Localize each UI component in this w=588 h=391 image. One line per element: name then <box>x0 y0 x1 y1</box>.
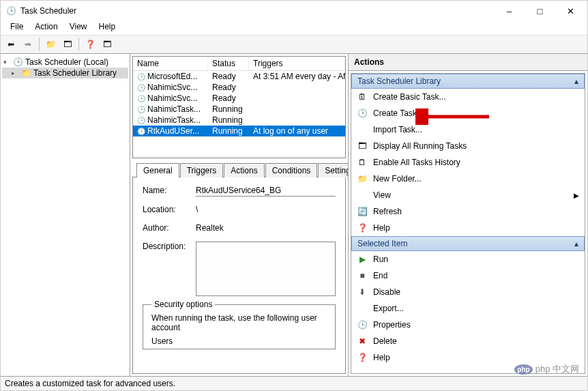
description-box[interactable] <box>196 242 336 296</box>
clock-icon: 🕒 <box>6 6 16 16</box>
table-row[interactable]: 🕒MicrosoftEd...ReadyAt 3:51 AM every day… <box>133 71 345 82</box>
table-row[interactable]: 🕒RtkAudUSer...RunningAt log on of any us… <box>133 126 345 136</box>
label-description: Description: <box>143 242 196 251</box>
forward-button[interactable]: ➡ <box>20 37 35 52</box>
back-button[interactable]: ⬅ <box>3 37 18 52</box>
actions-section-selected[interactable]: Selected Item ▴ <box>351 236 585 251</box>
action-display-all-running-tasks[interactable]: 🗔Display All Running Tasks <box>351 138 585 154</box>
menu-help[interactable]: Help <box>93 21 121 35</box>
section-label: Selected Item <box>357 239 407 248</box>
actions-section-library[interactable]: Task Scheduler Library ▴ <box>351 74 585 89</box>
cell-name: NahimicTask... <box>147 115 201 125</box>
clock-icon: 🕒 <box>137 95 145 102</box>
action-import-task[interactable]: Import Task... <box>351 121 585 138</box>
action-disable[interactable]: ⬇Disable <box>351 284 585 300</box>
stop-icon: ■ <box>357 270 368 281</box>
cell-status: Ready <box>208 93 249 103</box>
clock-icon: 🕒 <box>137 73 145 81</box>
action-end[interactable]: ■End <box>351 267 585 284</box>
action-label: Disable <box>373 287 400 297</box>
action-label: View <box>373 190 391 200</box>
tab-panel-general: Name: RtkAudUService64_BG Location: \ Au… <box>132 177 346 374</box>
blank-icon <box>357 190 368 201</box>
cell-status: Ready <box>208 83 249 92</box>
toolbar-btn-1[interactable]: 📁 <box>43 37 58 52</box>
action-label: Help <box>373 223 390 233</box>
collapse-icon[interactable]: ▴ <box>574 239 578 248</box>
tab-triggers[interactable]: Triggers <box>180 163 224 177</box>
cell-status: Running <box>208 115 249 125</box>
menu-view[interactable]: View <box>64 21 93 35</box>
tree-library[interactable]: ▸ 📁 Task Scheduler Library <box>2 68 128 78</box>
toolbar-btn-3[interactable]: 🗔 <box>100 37 115 52</box>
action-help[interactable]: ❓Help <box>351 220 585 236</box>
tab-strip: General Triggers Actions Conditions Sett… <box>132 162 346 177</box>
tab-conditions[interactable]: Conditions <box>265 163 318 177</box>
table-row[interactable]: 🕒NahimicTask...Running <box>133 104 345 115</box>
folder-icon: 📁 <box>357 173 368 184</box>
help-button[interactable]: ❓ <box>83 37 98 52</box>
maximize-button[interactable]: □ <box>525 1 555 20</box>
cell-triggers: At log on of any user <box>249 126 345 136</box>
tree-root-label: Task Scheduler (Local) <box>25 57 108 67</box>
menu-action[interactable]: Action <box>29 21 63 35</box>
toolbar-btn-2[interactable]: 🗔 <box>60 37 75 52</box>
task-details: General Triggers Actions Conditions Sett… <box>132 162 346 374</box>
value-author: Realtek <box>196 223 336 233</box>
action-create-task[interactable]: 🕒Create Task... <box>351 105 585 121</box>
action-run[interactable]: ▶Run <box>351 251 585 267</box>
blank-icon <box>357 124 368 135</box>
close-button[interactable]: ✕ <box>555 1 586 20</box>
action-enable-all-tasks-history[interactable]: 🗒Enable All Tasks History <box>351 154 585 171</box>
security-legend: Security options <box>151 300 215 309</box>
action-export[interactable]: Export... <box>351 300 585 317</box>
table-row[interactable]: 🕒NahimicSvc...Ready <box>133 82 345 93</box>
value-name[interactable]: RtkAudUService64_BG <box>196 186 336 197</box>
tab-settings[interactable]: Settings <box>318 163 349 177</box>
action-create-basic-task[interactable]: 🗓Create Basic Task... <box>351 89 585 105</box>
action-properties[interactable]: 🕒Properties <box>351 317 585 333</box>
table-header: Name Status Triggers <box>133 57 345 71</box>
watermark-text: php 中文网 <box>535 363 579 375</box>
chevron-right-icon: ▶ <box>574 192 579 199</box>
separator <box>78 38 79 51</box>
action-view[interactable]: View▶ <box>351 187 585 203</box>
label-author: Author: <box>143 223 196 233</box>
col-status[interactable]: Status <box>208 57 249 70</box>
blank-icon <box>357 303 368 314</box>
tab-general[interactable]: General <box>136 163 179 177</box>
action-label: Enable All Tasks History <box>373 158 460 167</box>
delete-icon: ✖ <box>357 336 368 347</box>
cell-status: Ready <box>208 72 249 81</box>
help-icon: ❓ <box>357 352 368 363</box>
disable-icon: ⬇ <box>357 287 368 298</box>
table-row[interactable]: 🕒NahimicSvc...Ready <box>133 93 345 104</box>
table-row[interactable]: 🕒NahimicTask...Running <box>133 115 345 126</box>
clock-icon: 🕒 <box>137 117 145 124</box>
col-name[interactable]: Name <box>133 57 208 70</box>
window-title: Task Scheduler <box>20 6 494 16</box>
main-area: ▾ 🕒 Task Scheduler (Local) ▸ 📁 Task Sche… <box>1 54 587 376</box>
cell-name: NahimicTask... <box>147 104 201 114</box>
chevron-right-icon[interactable]: ▸ <box>12 70 19 76</box>
tasks-icon: 🗔 <box>357 141 368 151</box>
menu-file[interactable]: File <box>5 21 29 35</box>
help-icon: ❓ <box>357 222 368 233</box>
action-refresh[interactable]: 🔄Refresh <box>351 203 585 220</box>
minimize-button[interactable]: – <box>494 1 525 20</box>
action-label: Delete <box>373 336 397 346</box>
tree-root[interactable]: ▾ 🕒 Task Scheduler (Local) <box>2 57 128 68</box>
chevron-down-icon[interactable]: ▾ <box>3 59 11 66</box>
action-label: Import Task... <box>373 125 422 134</box>
history-icon: 🗒 <box>357 157 368 168</box>
properties-icon: 🕒 <box>357 319 368 330</box>
cell-name: RtkAudUSer... <box>147 126 199 136</box>
action-new-folder[interactable]: 📁New Folder... <box>351 171 585 187</box>
action-label: Create Basic Task... <box>373 92 446 102</box>
tab-actions[interactable]: Actions <box>224 163 264 177</box>
col-triggers[interactable]: Triggers <box>249 57 345 70</box>
action-delete[interactable]: ✖Delete <box>351 333 585 349</box>
cell-name: NahimicSvc... <box>147 83 197 92</box>
collapse-icon[interactable]: ▴ <box>574 76 578 86</box>
separator <box>39 38 40 51</box>
